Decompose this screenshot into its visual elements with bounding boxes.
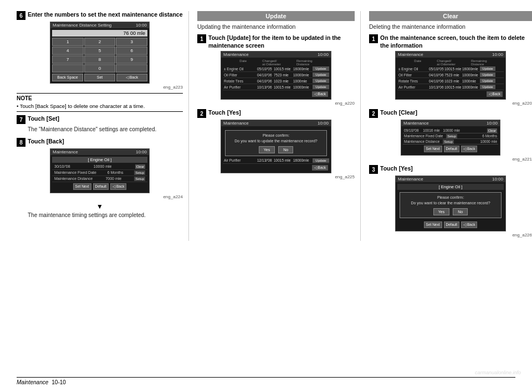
- clear-step1-body: Date Changed/at Odometer RemainingDistan…: [396, 58, 505, 99]
- backspace-button[interactable]: Back Space: [52, 74, 83, 81]
- clear-step2-caption: eng_a221: [369, 157, 532, 162]
- numpad-4[interactable]: 4: [52, 47, 84, 55]
- clear-step1-block: 1 On the maintenance screen, touch the i…: [369, 34, 532, 106]
- update-row4-btn[interactable]: Update: [313, 85, 329, 89]
- update-confirm-text: Please confirm:Do you want to update the…: [228, 133, 324, 144]
- clear-step3-subtitle: [ Engine Oil ]: [397, 184, 504, 190]
- clear-yes-btn[interactable]: Yes: [433, 208, 449, 215]
- update-step1-titlebar: Maintenance 10:00: [221, 51, 331, 58]
- clear-row2-date: 04/10/'06: [429, 73, 444, 77]
- clear-step2-body: 09/10/'08 10016 mle 10000 mle Clear Main…: [401, 126, 500, 155]
- update-row2-date: 04/10/'06: [257, 73, 274, 77]
- update-row3: Rotate Tires 04/10/'06 1023 mle 1000mle …: [223, 79, 329, 84]
- back-btn[interactable]: ◁ Back: [110, 183, 126, 190]
- clear3-default-btn[interactable]: Default: [444, 221, 460, 228]
- numpad-3[interactable]: 3: [116, 38, 147, 46]
- watermark: carmanualonline.info: [475, 370, 521, 375]
- numpad-8[interactable]: 8: [84, 55, 116, 64]
- update-row2-btn[interactable]: Update: [313, 73, 329, 77]
- clear-setnext-btn[interactable]: Set Next: [424, 146, 442, 152]
- clear-row4: Air Purifier 10/13/'06 10015 mle 10000ml…: [397, 85, 504, 90]
- step8-row3-remaining: 7000 mle: [105, 177, 121, 181]
- update-air-label: Air Purifier: [224, 158, 257, 162]
- update-row4-odometer: 10015 mle: [274, 85, 293, 89]
- numpad-1[interactable]: 1: [52, 38, 84, 46]
- numpad-2[interactable]: 2: [84, 38, 116, 46]
- step8-setup-btn1[interactable]: Setup: [134, 171, 145, 175]
- update-yes-btn[interactable]: Yes: [259, 146, 275, 153]
- update-desc: Updating the maintenance information: [197, 23, 355, 30]
- update-row1-odometer: 10015 mle: [274, 67, 293, 71]
- clear-step1-screen: Maintenance 10:00 Date Changed/at Odomet…: [395, 51, 506, 100]
- clear-step1-back-btn[interactable]: ◁ Back: [487, 91, 503, 97]
- update-row3-odometer: 1023 mle: [274, 79, 293, 83]
- clear-row1-btn[interactable]: Update: [480, 66, 495, 71]
- update-row4: Air Purifier 10/13/'06 10015 mle 10000ml…: [223, 85, 329, 90]
- numpad-9[interactable]: 9: [116, 55, 147, 64]
- clear3-back-btn[interactable]: ◁ Back: [461, 221, 477, 228]
- numpad-7[interactable]: 7: [52, 55, 84, 64]
- clear-step3-screen-time: 10:00: [492, 177, 503, 182]
- clear-default-btn[interactable]: Default: [444, 146, 460, 152]
- update-row1-btn[interactable]: Update: [313, 66, 329, 71]
- clear-row1-label: ± Engine Oil: [398, 67, 429, 71]
- update-step2-back-btn[interactable]: ◁ Back: [312, 165, 328, 171]
- clear-step3-caption: eng_a226: [369, 233, 532, 238]
- set-button[interactable]: Set: [84, 74, 115, 81]
- update-step2-caption: eng_a225: [197, 174, 355, 179]
- note-title: NOTE: [17, 95, 183, 101]
- clear-step2-titlebar: Maintenance 10:00: [401, 120, 500, 126]
- step7-block: 7 Touch [Set] The "Maintenance Distance"…: [17, 115, 183, 133]
- step8-screen-title: Maintenance: [53, 149, 78, 154]
- clear-row2-btn[interactable]: Update: [480, 73, 495, 77]
- update-air-odometer: 10015 mle: [274, 158, 293, 162]
- step8-row1-remaining: 10000 mle: [94, 164, 112, 169]
- clear-step1-titlebar: Maintenance 10:00: [396, 51, 505, 58]
- step8-clear-btn[interactable]: Clear: [135, 164, 145, 169]
- clear-row4-btn[interactable]: Update: [480, 85, 495, 89]
- clear-step2-setup-btn2[interactable]: Setup: [443, 140, 454, 144]
- back-button[interactable]: ◁ Back: [116, 74, 147, 81]
- update-step1-screen-title: Maintenance: [223, 52, 249, 57]
- update-no-btn[interactable]: No: [278, 146, 293, 153]
- update-step2-body: Please confirm:Do you want to update the…: [221, 126, 331, 173]
- update-step2-num: 2: [197, 109, 206, 118]
- update-row3-remaining: 1000mle: [293, 79, 313, 83]
- update-row2-remaining: 10000mle: [293, 73, 313, 77]
- update-row3-date: 04/10/'06: [257, 79, 274, 83]
- clear3-setnext-btn[interactable]: Set Next: [424, 221, 442, 228]
- clear-step2-setup-btn1[interactable]: Setup: [446, 134, 457, 138]
- update-row4-remaining: 10000mle: [293, 85, 313, 89]
- numpad-0[interactable]: 0: [84, 64, 116, 73]
- default-btn[interactable]: Default: [93, 183, 109, 190]
- clear-confirm-dialog: Please confirm:Do you want to clear the …: [400, 192, 502, 218]
- update-step2-screen: Maintenance 10:00 Please confirm:Do you …: [221, 120, 331, 173]
- clear-row3-btn[interactable]: Update: [480, 79, 495, 83]
- clear-step2-bottom-btns: Set Next Default ◁ Back: [403, 145, 498, 153]
- numpad-5[interactable]: 5: [84, 47, 116, 55]
- clear-row4-date: 10/13/'06: [429, 85, 444, 89]
- step6-bottom-btns: Back Space Set ◁ Back: [52, 74, 147, 81]
- update-air-date: 12/13/'08: [257, 158, 274, 162]
- step8-setup-btn2[interactable]: Setup: [134, 177, 145, 181]
- clear-step2-mfd-row: Maintenance Fixed Date 6 Months Setup: [403, 133, 498, 139]
- update-row3-btn[interactable]: Update: [313, 79, 329, 83]
- footer: Maintenance 10-10: [17, 377, 515, 385]
- clear-step2-screen-time: 10:00: [487, 121, 498, 126]
- update-step1-back-row: ◁ Back: [223, 91, 329, 97]
- update-step1-back-btn[interactable]: ◁ Back: [312, 91, 328, 97]
- update-step1-title: Touch [Update] for the item to be update…: [208, 34, 355, 49]
- numpad-6[interactable]: 6: [116, 47, 147, 55]
- step8-row3-label: Maintenance Distance: [54, 177, 93, 181]
- setnext-btn[interactable]: Set Next: [73, 183, 91, 190]
- clear-back-btn[interactable]: ◁ Back: [461, 146, 477, 152]
- update-air-btn[interactable]: Update: [313, 158, 329, 163]
- main-content: 6 Enter the numbers to set the next main…: [17, 11, 515, 241]
- clear-no-btn[interactable]: No: [453, 208, 468, 215]
- numpad-empty1: [52, 64, 84, 73]
- clear-row4-label: Air Purifier: [398, 85, 429, 89]
- step8-row1: 30/10/'08 10000 mle Clear: [52, 164, 147, 170]
- clear-step2-clear-btn[interactable]: Clear: [487, 128, 497, 133]
- clear-step3-screen: Maintenance 10:00 [ Engine Oil ] Please …: [395, 176, 506, 231]
- step8-final-desc: The maintenance timing settings are comp…: [28, 212, 183, 219]
